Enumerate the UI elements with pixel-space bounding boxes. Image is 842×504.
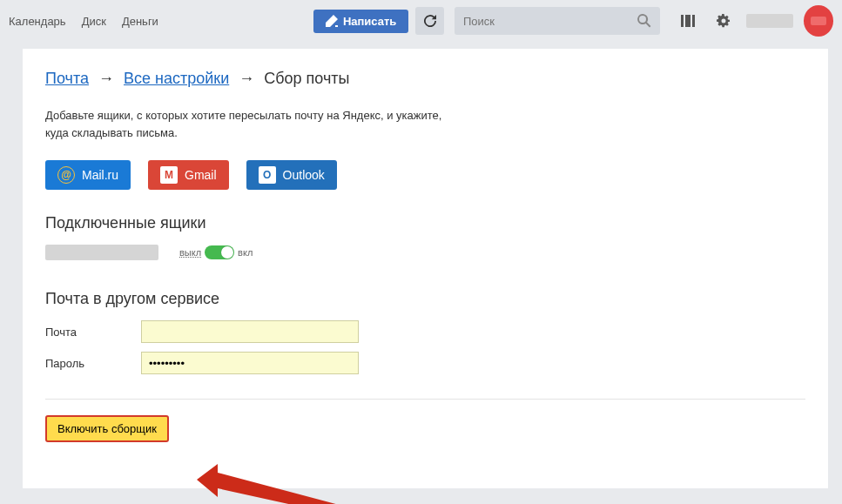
avatar[interactable]: [804, 5, 834, 37]
provider-label: Mail.ru: [82, 168, 118, 182]
breadcrumb: Почта → Все настройки → Сбор почты: [45, 70, 805, 88]
search-box[interactable]: [455, 7, 660, 35]
topbar: Календарь Диск Деньги Написать: [0, 0, 842, 42]
toggle-on-label: вкл: [238, 247, 253, 258]
toggle-knob: [221, 246, 233, 259]
settings-button[interactable]: [709, 7, 738, 35]
content-card: Почта → Все настройки → Сбор почты Добав…: [23, 49, 828, 488]
provider-buttons: @ Mail.ru M Gmail O Outlook: [45, 160, 805, 190]
description: Добавьте ящики, с которых хотите пересыл…: [45, 107, 805, 141]
toggle-off-label[interactable]: выкл: [179, 247, 201, 258]
email-row: Почта: [45, 320, 805, 343]
search-input[interactable]: [463, 15, 637, 28]
provider-gmail[interactable]: M Gmail: [148, 160, 229, 190]
other-service-heading: Почта в другом сервисе: [45, 290, 805, 308]
compose-button[interactable]: Написать: [313, 10, 408, 33]
layout-icon: [681, 15, 695, 27]
annotation-arrow-icon: [197, 462, 423, 504]
breadcrumb-settings[interactable]: Все настройки: [124, 70, 229, 87]
mailru-icon: @: [57, 166, 75, 184]
arrow-icon: →: [98, 70, 114, 87]
provider-label: Outlook: [283, 168, 325, 182]
refresh-button[interactable]: [415, 7, 444, 35]
desc-line1: Добавьте ящики, с которых хотите пересыл…: [45, 109, 441, 122]
username-blurred: [746, 14, 793, 28]
compose-icon: [326, 15, 338, 27]
nav-calendar[interactable]: Календарь: [9, 15, 66, 28]
desc-line2: куда складывать письма.: [45, 126, 178, 139]
arrow-icon: →: [239, 70, 254, 87]
connected-email-blurred: [45, 245, 158, 260]
email-input[interactable]: [141, 320, 359, 343]
divider: [45, 399, 805, 400]
enable-collector-button[interactable]: Включить сборщик: [45, 415, 169, 442]
avatar-blurred: [811, 17, 826, 25]
provider-mailru[interactable]: @ Mail.ru: [45, 160, 131, 190]
nav-money[interactable]: Деньги: [122, 15, 158, 28]
email-label: Почта: [45, 326, 141, 339]
nav-disk[interactable]: Диск: [82, 15, 106, 28]
svg-marker-0: [197, 464, 414, 504]
toggle-switch[interactable]: [205, 245, 234, 259]
breadcrumb-current: Сбор почты: [264, 70, 349, 87]
gmail-icon: M: [160, 166, 178, 184]
compose-label: Написать: [343, 15, 396, 28]
search-icon: [637, 14, 651, 28]
connected-heading: Подключенные ящики: [45, 214, 805, 232]
layout-button[interactable]: [674, 7, 703, 35]
password-label: Пароль: [45, 357, 141, 370]
breadcrumb-mail[interactable]: Почта: [45, 70, 89, 87]
outlook-icon: O: [259, 166, 276, 184]
provider-outlook[interactable]: O Outlook: [246, 160, 337, 190]
password-row: Пароль: [45, 352, 805, 374]
connected-row: выкл вкл: [45, 245, 805, 260]
gear-icon: [717, 14, 731, 28]
provider-label: Gmail: [185, 168, 217, 182]
password-input[interactable]: [141, 352, 359, 374]
refresh-icon: [424, 15, 436, 27]
